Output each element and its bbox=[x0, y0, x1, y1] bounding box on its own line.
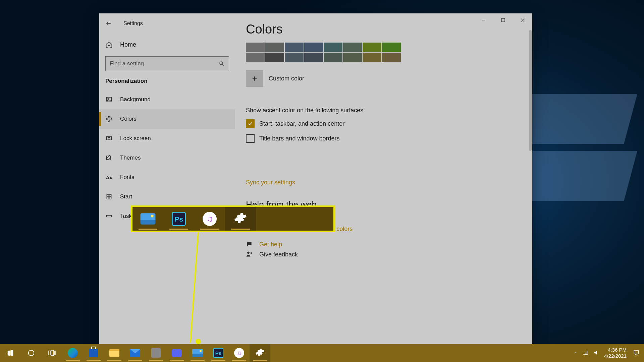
system-tray[interactable]: 4:36 PM 4/22/2021 bbox=[569, 344, 644, 362]
sidebar-item-label: Background bbox=[120, 96, 151, 103]
color-swatch[interactable] bbox=[304, 43, 323, 52]
svg-rect-10 bbox=[109, 194, 111, 196]
tray-network-icon[interactable] bbox=[583, 350, 589, 357]
action-center-icon[interactable] bbox=[633, 350, 639, 357]
sidebar-section-header: Personalization bbox=[99, 74, 235, 90]
color-swatch[interactable] bbox=[304, 53, 323, 62]
feedback-row[interactable]: Give feedback bbox=[246, 251, 519, 258]
lockscreen-icon bbox=[105, 135, 113, 142]
sidebar-item-start[interactable]: Start bbox=[99, 187, 235, 206]
taskbar-app-generic[interactable] bbox=[146, 344, 166, 362]
picture-icon bbox=[105, 96, 113, 103]
svg-point-3 bbox=[107, 119, 108, 119]
sidebar-item-lock-screen[interactable]: Lock screen bbox=[99, 129, 235, 148]
minimize-button[interactable] bbox=[474, 13, 493, 27]
callout-settings bbox=[225, 207, 256, 231]
callout-anchor-dot bbox=[196, 339, 201, 344]
color-swatch[interactable] bbox=[343, 53, 362, 62]
svg-point-2 bbox=[108, 99, 109, 100]
custom-color-row[interactable]: + Custom color bbox=[246, 70, 519, 87]
feedback-link[interactable]: Give feedback bbox=[259, 251, 298, 258]
svg-point-0 bbox=[220, 62, 223, 65]
start-icon bbox=[105, 193, 113, 200]
taskbar-discord[interactable] bbox=[166, 344, 187, 362]
get-help-row[interactable]: Get help bbox=[246, 241, 519, 248]
clock-date: 4/22/2021 bbox=[604, 353, 627, 359]
taskbar-search-button[interactable] bbox=[21, 344, 42, 362]
color-swatch[interactable] bbox=[324, 43, 342, 52]
font-icon: AA bbox=[105, 174, 113, 181]
tray-volume-icon[interactable] bbox=[593, 350, 599, 357]
callout-itunes: ♫ bbox=[194, 207, 225, 231]
svg-rect-14 bbox=[501, 18, 505, 22]
search-input[interactable] bbox=[110, 60, 219, 67]
taskbar-photoshop[interactable]: Ps bbox=[208, 344, 229, 362]
checkbox-start-taskbar[interactable]: Start, taskbar, and action center bbox=[246, 119, 519, 128]
sidebar-item-fonts[interactable]: AAFonts bbox=[99, 168, 235, 187]
sidebar-item-themes[interactable]: Themes bbox=[99, 148, 235, 168]
titlebar: Settings bbox=[99, 15, 235, 32]
color-swatch[interactable] bbox=[285, 53, 304, 62]
color-swatch[interactable] bbox=[324, 53, 342, 62]
settings-sidebar: Settings Home Personalization Background… bbox=[99, 13, 235, 349]
search-box[interactable] bbox=[105, 56, 229, 71]
taskbar-clock[interactable]: 4:36 PM 4/22/2021 bbox=[604, 347, 629, 359]
tray-chevron-icon[interactable] bbox=[573, 350, 578, 356]
home-label: Home bbox=[120, 41, 136, 48]
checkbox-icon bbox=[246, 119, 255, 128]
sidebar-item-label: Lock screen bbox=[120, 135, 151, 142]
chat-icon bbox=[246, 241, 253, 248]
taskbar-taskview-button[interactable] bbox=[42, 344, 62, 362]
color-swatch[interactable] bbox=[382, 43, 401, 52]
checkbox-icon bbox=[246, 134, 255, 143]
taskbar-itunes[interactable]: ♫ bbox=[229, 344, 250, 362]
taskbar-store[interactable] bbox=[83, 344, 104, 362]
taskbar: Ps♫ 4:36 PM 4/22/2021 bbox=[0, 344, 644, 362]
color-swatch[interactable] bbox=[265, 53, 284, 62]
checkbox-label: Start, taskbar, and action center bbox=[259, 120, 344, 127]
taskbar-start-button[interactable] bbox=[0, 344, 21, 362]
taskbar-photos[interactable] bbox=[187, 344, 208, 362]
person-icon bbox=[246, 251, 253, 258]
sidebar-item-background[interactable]: Background bbox=[99, 90, 235, 109]
color-swatch[interactable] bbox=[382, 53, 401, 62]
color-swatch[interactable] bbox=[285, 43, 304, 52]
svg-rect-7 bbox=[108, 138, 110, 139]
window-controls bbox=[474, 13, 532, 27]
window-title: Settings bbox=[123, 20, 143, 26]
taskbar-settings[interactable] bbox=[250, 344, 270, 362]
callout-photoshop: Ps bbox=[163, 207, 194, 231]
sidebar-item-label: Themes bbox=[120, 155, 141, 161]
taskbar-file-explorer[interactable] bbox=[104, 344, 125, 362]
sidebar-item-label: Colors bbox=[120, 116, 137, 122]
sync-settings-link[interactable]: Sync your settings bbox=[246, 179, 519, 186]
color-swatch[interactable] bbox=[363, 43, 381, 52]
svg-point-16 bbox=[29, 350, 34, 356]
sidebar-item-colors[interactable]: Colors bbox=[99, 109, 235, 129]
color-swatch[interactable] bbox=[265, 43, 284, 52]
scrollbar[interactable] bbox=[529, 30, 532, 151]
color-swatch[interactable] bbox=[363, 53, 381, 62]
custom-color-label: Custom color bbox=[269, 75, 304, 82]
close-button[interactable] bbox=[513, 13, 532, 27]
taskbar-edge[interactable] bbox=[62, 344, 83, 362]
sidebar-home[interactable]: Home bbox=[99, 35, 235, 54]
taskbar-mail[interactable] bbox=[125, 344, 146, 362]
maximize-button[interactable] bbox=[493, 13, 513, 27]
accent-surfaces-heading: Show accent color on the following surfa… bbox=[246, 107, 519, 114]
svg-point-15 bbox=[247, 252, 250, 254]
color-swatch[interactable] bbox=[343, 43, 362, 52]
color-swatch-grid bbox=[246, 43, 519, 62]
color-swatch[interactable] bbox=[246, 53, 265, 62]
desktop: Settings Home Personalization Background… bbox=[0, 0, 644, 362]
taskbar-icon bbox=[105, 213, 113, 220]
svg-point-5 bbox=[110, 118, 110, 118]
checkbox-titlebars[interactable]: Title bars and window borders bbox=[246, 134, 519, 143]
get-help-link[interactable]: Get help bbox=[259, 241, 282, 248]
color-swatch[interactable] bbox=[246, 43, 265, 52]
plus-icon: + bbox=[246, 70, 263, 87]
pen-icon bbox=[105, 154, 113, 162]
settings-content: Colors + Custom color Show accent color … bbox=[235, 13, 532, 349]
svg-point-4 bbox=[108, 118, 109, 118]
back-button[interactable] bbox=[104, 19, 113, 28]
